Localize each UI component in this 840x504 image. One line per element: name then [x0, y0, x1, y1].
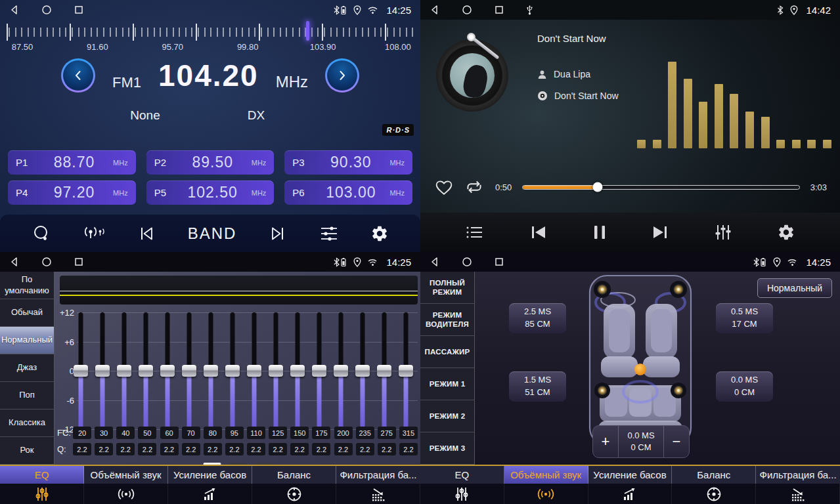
fc-value[interactable]: 110 — [247, 427, 265, 439]
q-value[interactable]: 2.2 — [247, 443, 265, 455]
fc-value[interactable]: 30 — [95, 427, 113, 439]
q-value[interactable]: 2.2 — [378, 443, 396, 455]
tune-down-button[interactable] — [61, 58, 95, 93]
fc-value[interactable]: 40 — [116, 427, 135, 439]
tab-bass-boost[interactable]: Усиление басов — [168, 466, 252, 504]
fc-value[interactable]: 80 — [204, 427, 222, 439]
eq-band-slider[interactable] — [398, 312, 414, 429]
fc-value[interactable]: 200 — [334, 427, 353, 439]
mode-2[interactable]: РЕЖИМ 2 — [420, 400, 474, 432]
progress-thumb[interactable] — [592, 182, 602, 192]
audio-settings-icon[interactable] — [319, 225, 339, 242]
tune-up-button[interactable] — [325, 58, 359, 93]
home-icon[interactable] — [41, 5, 52, 15]
eq-preset-normal[interactable]: Нормальный — [0, 327, 54, 354]
progress-bar[interactable] — [522, 185, 799, 190]
broadcast-icon[interactable] — [83, 224, 105, 243]
back-icon[interactable] — [430, 5, 440, 15]
eq-preset-rock[interactable]: Рок — [0, 437, 54, 465]
tab-filter[interactable]: Фильтрация ба... — [756, 466, 840, 504]
eq-band-slider[interactable] — [268, 312, 284, 429]
eq-band-slider[interactable] — [138, 312, 154, 429]
equalizer-icon[interactable] — [714, 224, 732, 241]
tab-eq[interactable]: EQ — [420, 466, 504, 504]
home-icon[interactable] — [41, 257, 52, 267]
eq-band-slider[interactable] — [290, 312, 305, 429]
preset-button-p1[interactable]: P188.70MHz — [8, 150, 136, 175]
favorite-heart-icon[interactable] — [435, 179, 453, 196]
tab-bass-boost[interactable]: Усиление басов — [588, 466, 673, 504]
mode-1[interactable]: РЕЖИМ 1 — [420, 368, 474, 400]
eq-band-slider[interactable] — [160, 312, 175, 429]
settings-gear-icon[interactable] — [370, 224, 389, 243]
slider-thumb[interactable] — [182, 365, 196, 377]
next-station-icon[interactable] — [268, 226, 288, 242]
eq-band-slider[interactable] — [311, 312, 327, 429]
q-value[interactable]: 2.2 — [290, 443, 309, 455]
q-value[interactable]: 2.2 — [356, 443, 374, 455]
recents-icon[interactable] — [494, 5, 504, 15]
slider-thumb[interactable] — [355, 365, 370, 377]
eq-preset-custom[interactable]: Обычай — [0, 299, 54, 327]
profile-button[interactable]: Нормальный — [757, 278, 832, 298]
slider-thumb[interactable] — [334, 365, 348, 377]
scan-icon[interactable] — [32, 224, 51, 243]
home-icon[interactable] — [462, 5, 472, 15]
mode-3[interactable]: РЕЖИМ 3 — [420, 432, 474, 465]
back-icon[interactable] — [430, 257, 440, 267]
fc-value[interactable]: 125 — [269, 427, 287, 439]
q-value[interactable]: 2.2 — [116, 443, 135, 455]
fc-value[interactable]: 175 — [312, 427, 330, 439]
slider-thumb[interactable] — [204, 365, 218, 377]
q-value[interactable]: 2.2 — [269, 443, 287, 455]
fc-value[interactable]: 70 — [182, 427, 200, 439]
q-value[interactable]: 2.2 — [312, 443, 330, 455]
fc-value[interactable]: 95 — [225, 427, 244, 439]
q-value[interactable]: 2.2 — [399, 443, 418, 455]
decrease-delay-button[interactable]: − — [664, 426, 689, 457]
slider-thumb[interactable] — [399, 365, 413, 377]
slider-thumb[interactable] — [377, 365, 391, 377]
tab-eq[interactable]: EQ — [0, 466, 84, 504]
back-icon[interactable] — [9, 5, 20, 15]
previous-track-icon[interactable] — [529, 224, 548, 240]
fc-value[interactable]: 60 — [160, 427, 179, 439]
eq-preset-pop[interactable]: Поп — [0, 382, 54, 410]
preset-button-p3[interactable]: P390.30MHz — [284, 150, 412, 175]
eq-band-slider[interactable] — [95, 312, 110, 429]
delay-front-left[interactable]: 2.5 MS85 CM — [509, 303, 566, 333]
fc-value[interactable]: 235 — [356, 427, 374, 439]
recents-icon[interactable] — [494, 257, 504, 267]
preset-button-p5[interactable]: P5102.50MHz — [146, 180, 275, 205]
pause-icon[interactable] — [592, 224, 607, 240]
q-value[interactable]: 2.2 — [95, 443, 113, 455]
delay-front-right[interactable]: 0.5 MS17 CM — [716, 303, 773, 333]
eq-preset-classic[interactable]: Классика — [0, 410, 54, 437]
tab-balance[interactable]: Баланс — [252, 466, 336, 504]
preset-button-p4[interactable]: P497.20MHz — [8, 180, 136, 205]
eq-band-slider[interactable] — [225, 312, 240, 429]
slider-thumb[interactable] — [117, 365, 131, 377]
delay-rear-right[interactable]: 0.0 MS0 CM — [716, 371, 773, 402]
next-track-icon[interactable] — [651, 224, 669, 240]
q-value[interactable]: 2.2 — [160, 443, 179, 455]
slider-thumb[interactable] — [312, 365, 326, 377]
back-icon[interactable] — [9, 257, 20, 267]
eq-band-slider[interactable] — [333, 312, 349, 429]
tab-surround[interactable]: Объёмный звук — [84, 466, 168, 504]
playlist-icon[interactable] — [465, 224, 485, 240]
recents-icon[interactable] — [74, 257, 84, 267]
q-value[interactable]: 2.2 — [334, 443, 353, 455]
settings-gear-icon[interactable] — [777, 223, 795, 242]
band-button[interactable]: BAND — [188, 224, 237, 243]
slider-thumb[interactable] — [95, 365, 110, 377]
eq-preset-default[interactable]: По умолчанию — [0, 272, 54, 299]
q-value[interactable]: 2.2 — [138, 443, 156, 455]
slider-thumb[interactable] — [160, 365, 175, 377]
mode-driver[interactable]: РЕЖИМ ВОДИТЕЛЯ — [420, 304, 474, 336]
increase-delay-button[interactable]: + — [593, 426, 618, 457]
q-value[interactable]: 2.2 — [204, 443, 222, 455]
eq-band-slider[interactable] — [116, 312, 132, 429]
fc-value[interactable]: 50 — [138, 427, 156, 439]
eq-band-slider[interactable] — [376, 312, 392, 429]
